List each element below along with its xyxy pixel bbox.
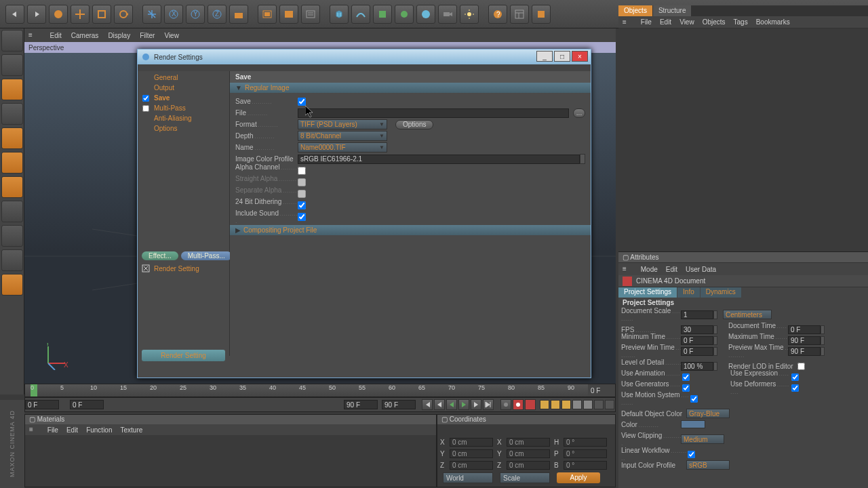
subtab-dynamics[interactable]: Dynamics — [701, 287, 741, 298]
viewport-menu-display[interactable]: Display — [108, 32, 130, 39]
om-menu-file[interactable]: File — [641, 18, 652, 26]
undo-button[interactable] — [5, 5, 24, 24]
prev-min-input[interactable] — [681, 347, 713, 356]
om-menu-bookmarks[interactable]: Bookmarks — [756, 18, 790, 26]
misc-toggle-2[interactable] — [605, 400, 614, 409]
rot-key-toggle[interactable] — [561, 400, 571, 409]
coord-mode-select[interactable]: Scale — [500, 472, 550, 483]
prev-frame-button[interactable] — [434, 399, 445, 410]
prev-max-input[interactable] — [788, 347, 821, 356]
environment-button[interactable] — [416, 5, 435, 24]
prev-max-spinner[interactable] — [821, 347, 825, 356]
coord-rot-input[interactable] — [564, 438, 607, 447]
axis-all-button[interactable] — [142, 5, 161, 24]
def-color-select[interactable]: Gray-Blue — [686, 409, 730, 418]
render-setting-row[interactable]: Render Setting — [139, 263, 228, 274]
sidebar-multipass-checkbox[interactable] — [142, 105, 149, 112]
attr-menu-edit[interactable]: Edit — [666, 266, 677, 273]
coord-pos-input[interactable] — [450, 449, 493, 458]
sidebar-item-general[interactable]: General — [151, 74, 181, 81]
render-setting-bottom-button[interactable]: Render Setting — [142, 350, 225, 361]
camera-button[interactable] — [438, 5, 457, 24]
move-tool[interactable] — [71, 5, 90, 24]
x-axis-button[interactable]: X — [164, 5, 183, 24]
object-manager-area[interactable] — [618, 28, 868, 252]
subtab-info[interactable]: Info — [677, 287, 700, 298]
om-menu-objects[interactable]: Objects — [703, 18, 726, 26]
viewport-menu-filter[interactable]: Filter — [140, 32, 155, 39]
help-button[interactable]: ? — [488, 5, 507, 24]
z-axis-button[interactable]: Z — [208, 5, 226, 24]
point-mode-button[interactable] — [1, 127, 23, 149]
min-time-spinner[interactable] — [713, 336, 717, 345]
workplane-button[interactable] — [1, 225, 23, 247]
model-mode-button[interactable] — [1, 54, 23, 76]
viewport-menu-view[interactable]: View — [164, 32, 179, 39]
param-key-toggle[interactable] — [572, 400, 582, 409]
min-time-input[interactable] — [681, 336, 713, 345]
coord-apply-button[interactable]: Apply — [557, 472, 600, 483]
polygon-mode-button[interactable] — [1, 176, 23, 198]
max-time-spinner[interactable] — [821, 336, 825, 345]
doc-time-spinner[interactable] — [821, 325, 825, 334]
redo-button[interactable] — [27, 5, 46, 24]
snap-button[interactable] — [1, 249, 23, 271]
doc-scale-spinner[interactable] — [713, 310, 717, 319]
tab-structure[interactable]: Structure — [653, 5, 692, 16]
playback-end2-input[interactable] — [382, 400, 416, 409]
viewport-menu-edit[interactable]: Edit — [50, 32, 62, 39]
use-expr-checkbox[interactable] — [791, 373, 799, 381]
lod-input[interactable] — [681, 362, 713, 371]
texture-mode-button[interactable] — [1, 201, 23, 222]
sidebar-save-checkbox[interactable] — [142, 95, 149, 102]
object-mode-button[interactable] — [1, 79, 23, 100]
input-profile-select[interactable]: sRGB — [686, 460, 730, 470]
om-menu-view[interactable]: View — [679, 18, 694, 26]
play-back-button[interactable] — [446, 399, 457, 410]
dialog-grip[interactable] — [138, 64, 591, 71]
regular-image-header[interactable]: ▼Regular Image — [230, 83, 591, 93]
color-swatch[interactable] — [681, 420, 705, 428]
attr-menu-mode[interactable]: Mode — [641, 266, 658, 273]
render-picture-button[interactable] — [279, 5, 298, 24]
light-button[interactable] — [460, 5, 479, 24]
sidebar-item-save[interactable]: Save — [151, 94, 172, 102]
pos-key-toggle[interactable] — [540, 400, 549, 409]
file-input[interactable] — [298, 108, 569, 118]
fps-input[interactable] — [681, 325, 713, 334]
alpha-channel-checkbox[interactable] — [298, 167, 306, 175]
coord-sys-button[interactable] — [229, 5, 248, 24]
timeline-ruler[interactable]: 051015202530354045505560657075808590 — [25, 384, 588, 396]
lod-editor-checkbox[interactable] — [797, 363, 805, 370]
lod-spinner[interactable] — [713, 362, 717, 371]
multipass-button[interactable]: Multi-Pass... — [181, 251, 232, 260]
include-sound-checkbox[interactable] — [298, 213, 306, 221]
y-axis-button[interactable]: Y — [186, 5, 205, 24]
compositing-file-header[interactable]: ▶Compositing Project File — [230, 225, 591, 235]
subtab-project-settings[interactable]: Project Settings — [618, 287, 677, 298]
generator-button[interactable] — [373, 5, 392, 24]
mat-menu-file[interactable]: File — [47, 426, 58, 434]
scale-key-toggle[interactable] — [551, 400, 560, 409]
use-anim-checkbox[interactable] — [682, 373, 690, 381]
play-button[interactable] — [458, 399, 469, 410]
coord-size-input[interactable] — [507, 438, 550, 447]
mat-menu-texture[interactable]: Texture — [121, 426, 143, 434]
prev-min-spinner[interactable] — [713, 347, 717, 356]
file-browse-button[interactable]: ... — [573, 108, 585, 118]
misc-toggle-1[interactable] — [594, 400, 604, 409]
format-select[interactable]: TIFF (PSD Layers)▼ — [298, 119, 387, 129]
effect-button[interactable]: Effect... — [142, 251, 178, 260]
om-menu-tags[interactable]: Tags — [734, 18, 748, 26]
spline-button[interactable] — [351, 5, 370, 24]
view-clip-select[interactable]: Medium — [681, 434, 724, 444]
mat-menu-edit[interactable]: Edit — [66, 426, 78, 434]
coord-pos-input[interactable] — [450, 438, 493, 447]
dialog-titlebar[interactable]: Render Settings _ □ × — [138, 49, 591, 64]
mat-menu-function[interactable]: Function — [86, 426, 112, 434]
goto-start-button[interactable] — [422, 399, 433, 410]
layout-button[interactable] — [510, 5, 529, 24]
sidebar-item-multipass[interactable]: Multi-Pass — [151, 104, 189, 112]
keyframe-selection-button[interactable] — [525, 399, 536, 410]
coord-size-input[interactable] — [507, 449, 550, 458]
